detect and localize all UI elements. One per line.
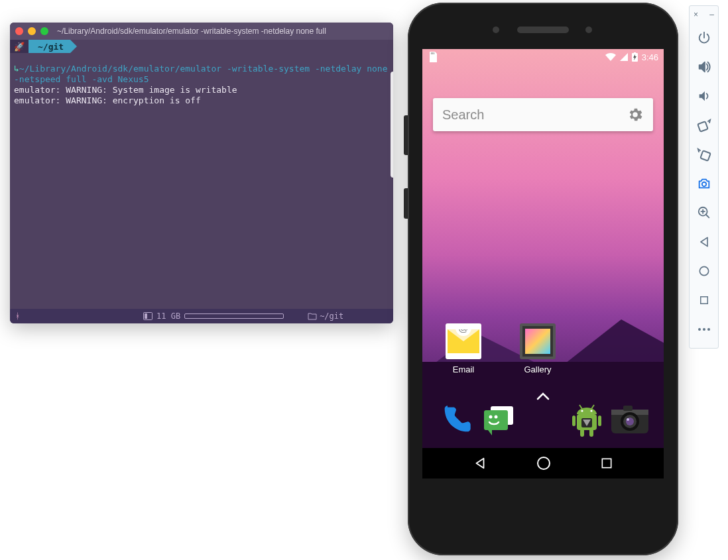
window-close-button[interactable] (15, 27, 23, 35)
emulator-screen[interactable]: 3:46 Search Email Gallery (422, 49, 664, 478)
home-dock (422, 402, 664, 439)
terminal-scrollbar[interactable] (391, 72, 393, 178)
terminal-command: ~/Library/Android/sdk/emulator/emulator … (14, 64, 393, 84)
toolbar-back-button[interactable] (690, 227, 718, 256)
toolbar-screenshot-button[interactable] (690, 169, 718, 198)
svg-line-12 (579, 405, 582, 409)
svg-rect-19 (589, 429, 593, 437)
device-power-key[interactable] (404, 188, 408, 219)
rotate-right-icon (696, 146, 712, 162)
volume-down-icon (697, 89, 711, 103)
rotate-left-icon (696, 117, 712, 133)
app-label: Gallery (524, 364, 551, 374)
google-search-bar[interactable]: Search (433, 98, 653, 131)
app-email[interactable]: Email (442, 323, 485, 374)
svg-rect-8 (484, 410, 508, 430)
toolbar-rotate-right-button[interactable] (690, 140, 718, 169)
app-gallery[interactable]: Gallery (516, 323, 559, 374)
prompt-arrow-icon: ↳ (14, 64, 19, 74)
android-navbar (422, 448, 664, 478)
toolbar-overview-button[interactable] (690, 286, 718, 315)
disk-usage: 11 GB (143, 311, 284, 321)
folder-icon (308, 312, 317, 320)
svg-point-27 (627, 418, 629, 421)
more-horizontal-icon (698, 327, 711, 331)
svg-rect-30 (698, 121, 707, 131)
svg-point-38 (707, 328, 710, 331)
statusbar-clock: 3:46 (642, 52, 658, 62)
dock-messages[interactable] (481, 402, 518, 439)
svg-rect-18 (580, 429, 584, 437)
disk-meter (184, 313, 284, 319)
svg-rect-17 (598, 416, 601, 426)
svg-rect-3 (432, 52, 433, 54)
svg-rect-6 (634, 52, 636, 54)
cellular-icon (620, 53, 628, 61)
dock-camera[interactable] (611, 402, 648, 439)
wifi-icon (605, 53, 616, 61)
toolbar-volume-up-button[interactable] (690, 52, 718, 82)
dock-empty (524, 402, 562, 439)
svg-point-15 (590, 410, 592, 412)
svg-point-32 (701, 182, 705, 186)
android-statusbar[interactable]: 3:46 (422, 49, 664, 65)
device-front-camera (585, 27, 592, 33)
svg-line-13 (591, 405, 594, 409)
search-placeholder: Search (442, 107, 484, 123)
toolbar-power-button[interactable] (690, 23, 718, 52)
messages-icon (481, 402, 517, 438)
svg-rect-23 (623, 406, 633, 411)
toolbar-more-button[interactable] (690, 315, 718, 344)
toolbar-rotate-left-button[interactable] (690, 111, 718, 140)
terminal-titlebar[interactable]: ~/Library/Android/sdk/emulator/emulator … (10, 23, 393, 40)
statusbar-path-label: ~/git (320, 311, 343, 321)
toolbar-volume-down-button[interactable] (690, 82, 718, 111)
dock-phone[interactable] (438, 402, 475, 439)
email-icon (446, 323, 481, 359)
svg-rect-4 (434, 52, 434, 54)
volume-up-icon (697, 60, 711, 74)
toolbar-zoom-button[interactable] (690, 198, 718, 227)
terminal-window: ~/Library/Android/sdk/emulator/emulator … (10, 23, 393, 323)
app-label: Email (453, 364, 475, 374)
nav-home-button[interactable] (536, 455, 552, 471)
terminal-output-line: emulator: WARNING: encryption is off (14, 95, 201, 105)
toolbar-close-button[interactable]: × (694, 10, 698, 19)
zoom-in-icon (697, 205, 711, 220)
svg-rect-1 (145, 313, 147, 319)
battery-charging-icon (632, 52, 638, 62)
disk-icon (143, 312, 152, 320)
svg-point-36 (698, 328, 701, 331)
svg-rect-29 (602, 459, 611, 467)
sdcard-icon (428, 52, 437, 62)
window-minimize-button[interactable] (28, 27, 36, 35)
toolbar-home-button[interactable] (690, 256, 718, 286)
back-triangle-icon (698, 235, 711, 249)
phone-icon (439, 403, 473, 437)
window-zoom-button[interactable] (40, 27, 48, 35)
nav-overview-button[interactable] (600, 457, 613, 470)
dock-android[interactable] (568, 402, 605, 439)
emulator-toolbar: × – (689, 5, 719, 349)
terminal-title: ~/Library/Android/sdk/emulator/emulator … (57, 27, 326, 36)
app-drawer-handle[interactable] (536, 392, 550, 400)
home-apps-row: Email Gallery (422, 323, 664, 374)
terminal-statusbar: ᚼ 11 GB ~/git (10, 309, 393, 323)
statusbar-path: ~/git (308, 311, 343, 321)
svg-rect-31 (700, 150, 710, 160)
gear-icon[interactable] (627, 106, 644, 123)
device-sensor (493, 27, 499, 33)
overview-square-icon (698, 294, 710, 306)
toolbar-minimize-button[interactable]: – (709, 10, 714, 19)
svg-point-14 (581, 410, 583, 412)
disk-usage-label: 11 GB (156, 311, 180, 321)
terminal-prompt: 🚀 ~/git (10, 40, 393, 53)
svg-rect-2 (431, 52, 432, 54)
terminal-output-line: emulator: WARNING: System image is writa… (14, 85, 237, 95)
emulator-device-frame: 3:46 Search Email Gallery (408, 3, 678, 555)
device-volume-rocker[interactable] (404, 115, 408, 155)
device-earpiece (517, 27, 569, 33)
terminal-body[interactable]: ↳~/Library/Android/sdk/emulator/emulator… (10, 53, 393, 309)
nav-back-button[interactable] (473, 456, 487, 471)
camera-icon (611, 406, 648, 435)
